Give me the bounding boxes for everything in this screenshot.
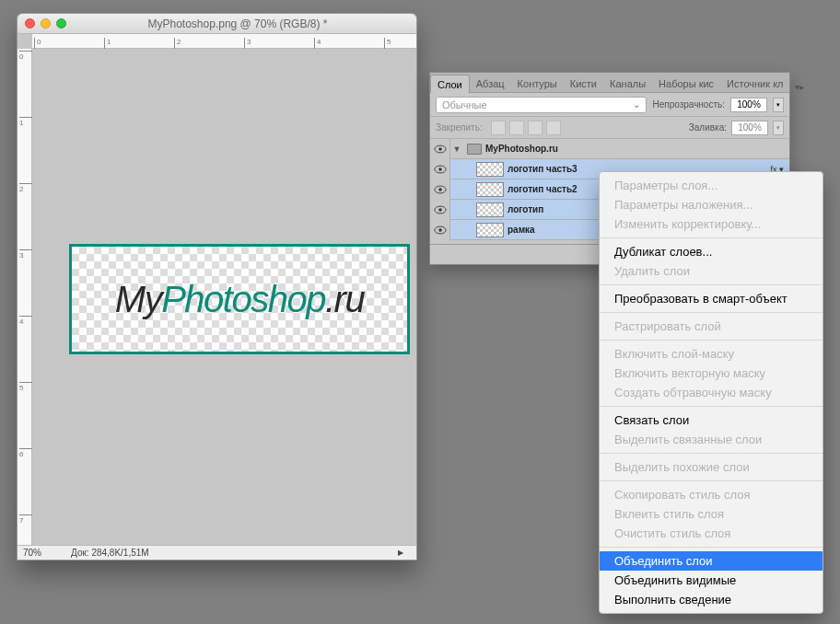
- zoom-window-button[interactable]: [56, 18, 66, 29]
- lock-pixels-icon[interactable]: [509, 121, 524, 135]
- visibility-toggle[interactable]: [430, 139, 450, 159]
- logo-frame: MyPhotoshop.ru: [69, 244, 410, 354]
- titlebar: MyPhotoshop.png @ 70% (RGB/8) *: [18, 14, 416, 34]
- opacity-stepper[interactable]: ▾: [773, 98, 784, 112]
- status-bar: 70% Док: 284,8K/1,51M ▶: [18, 545, 416, 560]
- logo-text: MyPhotoshop.ru: [115, 279, 364, 320]
- ruler-tick: 4: [19, 316, 32, 326]
- context-menu-item[interactable]: Выполнить сведение: [600, 590, 822, 609]
- tab-brush-presets[interactable]: Наборы кис: [652, 75, 720, 92]
- svg-point-3: [438, 168, 442, 171]
- context-menu-item[interactable]: Преобразовать в смарт-объект: [600, 289, 822, 308]
- visibility-toggle[interactable]: [430, 159, 450, 179]
- layer-thumbnail[interactable]: [476, 162, 504, 177]
- context-menu-item: Вклеить стиль слоя: [600, 504, 822, 524]
- opacity-label: Непрозрачность:: [652, 99, 725, 110]
- tab-paragraph[interactable]: Абзац: [470, 75, 511, 92]
- layer-thumbnail[interactable]: [476, 202, 504, 217]
- ruler-tick: 3: [19, 249, 32, 260]
- visibility-toggle[interactable]: [430, 220, 450, 240]
- status-menu-icon[interactable]: ▶: [398, 549, 403, 557]
- logo-part-ru: .ru: [325, 279, 364, 319]
- logo-part-my: My: [115, 279, 161, 319]
- context-menu-separator: [600, 312, 822, 313]
- close-window-button[interactable]: [25, 18, 35, 29]
- ruler-vertical[interactable]: 0 1 2 3 4 5 6 7: [18, 49, 32, 545]
- lock-transparency-icon[interactable]: [491, 121, 506, 135]
- context-menu-item: Включить слой-маску: [600, 344, 822, 364]
- layer-thumbnail[interactable]: [476, 182, 504, 197]
- tab-brushes[interactable]: Кисти: [564, 75, 603, 92]
- panel-menu-icon[interactable]: ▾▸: [789, 82, 810, 92]
- context-menu-separator: [600, 547, 822, 548]
- layer-thumbnail[interactable]: [476, 223, 504, 237]
- lock-all-icon[interactable]: [546, 121, 561, 135]
- ruler-tick: 4: [314, 38, 321, 49]
- ruler-tick: 2: [174, 38, 181, 49]
- window-traffic-lights: [25, 18, 66, 29]
- context-menu-item: Создать обтравочную маску: [600, 383, 822, 402]
- context-menu-separator: [600, 406, 822, 407]
- context-menu-item: Параметры наложения...: [600, 195, 822, 214]
- group-disclosure-icon[interactable]: ▼: [450, 144, 463, 154]
- document-window: MyPhotoshop.png @ 70% (RGB/8) * 0 1 2 3 …: [17, 13, 417, 560]
- window-title: MyPhotoshop.png @ 70% (RGB/8) *: [66, 17, 409, 30]
- blend-mode-value: Обычные: [442, 99, 487, 110]
- panel-tabs: Слои Абзац Контуры Кисти Каналы Наборы к…: [430, 73, 789, 93]
- svg-point-5: [438, 188, 442, 191]
- layer-context-menu: Параметры слоя...Параметры наложения...И…: [599, 171, 823, 614]
- context-menu-item: Параметры слоя...: [600, 176, 822, 195]
- context-menu-separator: [600, 284, 822, 285]
- ruler-tick: 5: [19, 382, 32, 392]
- layer-name[interactable]: MyPhotoshop.ru: [485, 144, 789, 154]
- tab-paths[interactable]: Контуры: [511, 75, 564, 92]
- lock-icons: [491, 121, 561, 135]
- context-menu-item: Изменить корректировку...: [600, 214, 822, 234]
- context-menu-item: Удалить слои: [600, 261, 822, 281]
- context-menu-item[interactable]: Связать слои: [600, 410, 822, 430]
- visibility-toggle[interactable]: [430, 200, 450, 220]
- panel-row-lock: Закрепить: Заливка: 100% ▾: [430, 117, 789, 139]
- context-menu-item: Скопировать стиль слоя: [600, 485, 822, 504]
- context-menu-item[interactable]: Объединить видимые: [600, 571, 822, 590]
- layer-group-row[interactable]: ▼ MyPhotoshop.ru: [430, 139, 789, 159]
- context-menu-separator: [600, 340, 822, 341]
- lock-label: Закрепить:: [436, 122, 483, 133]
- opacity-field[interactable]: 100%: [730, 98, 767, 112]
- context-menu-item: Очистить стиль слоя: [600, 524, 822, 543]
- ruler-horizontal[interactable]: 0 1 2 3 4 5: [32, 34, 416, 49]
- folder-icon: [467, 144, 482, 155]
- svg-point-1: [438, 147, 442, 151]
- fill-field[interactable]: 100%: [731, 121, 768, 135]
- context-menu-item: Выделить связанные слои: [600, 430, 822, 449]
- visibility-toggle[interactable]: [430, 179, 450, 200]
- ruler-tick: 6: [19, 448, 32, 458]
- context-menu-item: Включить векторную маску: [600, 364, 822, 383]
- context-menu-separator: [600, 237, 822, 238]
- fill-label: Заливка:: [689, 122, 727, 133]
- tab-channels[interactable]: Каналы: [603, 75, 652, 92]
- ruler-tick: 1: [104, 38, 111, 49]
- tab-layers[interactable]: Слои: [430, 75, 470, 93]
- fill-stepper[interactable]: ▾: [773, 121, 784, 135]
- context-menu-item[interactable]: Дубликат слоев...: [600, 242, 822, 261]
- tab-clone-source[interactable]: Источник кл: [720, 75, 789, 92]
- lock-position-icon[interactable]: [528, 121, 542, 135]
- document-size: Док: 284,8K/1,51M: [71, 548, 149, 558]
- context-menu-item: Выделить похожие слои: [600, 457, 822, 477]
- ruler-tick: 7: [19, 514, 32, 525]
- svg-point-9: [438, 228, 442, 232]
- context-menu-separator: [600, 453, 822, 454]
- blend-mode-dropdown[interactable]: Обычные: [436, 97, 647, 113]
- svg-point-7: [438, 208, 442, 212]
- canvas[interactable]: MyPhotoshop.ru: [32, 49, 416, 545]
- context-menu-item[interactable]: Объединить слои: [600, 551, 822, 571]
- ruler-tick: 3: [244, 38, 251, 49]
- minimize-window-button[interactable]: [41, 18, 51, 29]
- ruler-tick: 0: [19, 51, 32, 61]
- context-menu-item: Растрировать слой: [600, 317, 822, 336]
- zoom-level[interactable]: 70%: [23, 548, 41, 558]
- ruler-tick: 5: [384, 38, 391, 49]
- logo-part-photoshop: Photoshop: [161, 279, 325, 319]
- ruler-tick: 1: [19, 117, 32, 127]
